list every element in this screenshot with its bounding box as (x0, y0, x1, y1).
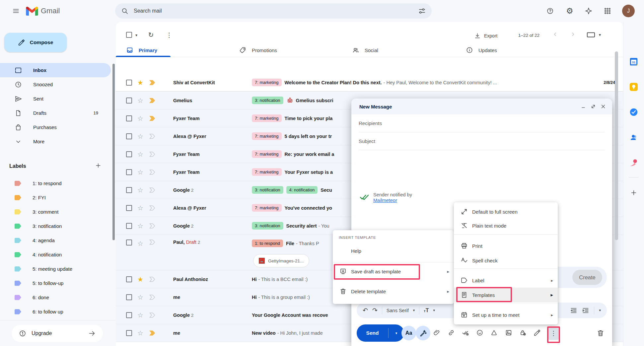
importance-marker-icon[interactable] (149, 277, 156, 282)
font-size-button[interactable]: тT (424, 308, 429, 313)
email-label-chip[interactable]: 3: notification (252, 186, 283, 194)
email-label-chip[interactable]: 4: notification (286, 186, 318, 194)
star-icon[interactable]: ☆ (137, 311, 144, 319)
attachment-chip[interactable]: GettyImages-21... (253, 254, 309, 267)
tab-updates[interactable]: Updates (456, 43, 538, 57)
star-icon[interactable]: ★ (137, 275, 144, 283)
email-label-chip[interactable]: 7: marketing (252, 132, 282, 140)
importance-marker-icon[interactable] (149, 223, 156, 229)
insert-signature-icon[interactable] (534, 329, 541, 336)
row-checkbox[interactable] (126, 80, 132, 86)
importance-marker-icon[interactable] (149, 205, 156, 211)
newer-page-icon[interactable]: ‹ (554, 29, 556, 38)
redo-icon[interactable]: ↷ (372, 307, 378, 314)
more-options-icon[interactable]: ⋮ (548, 326, 559, 340)
older-page-icon[interactable]: › (572, 29, 574, 38)
email-label-chip[interactable]: 7: marketing (252, 114, 282, 122)
label-item-6-to-follow-up[interactable]: 6: to follow up (0, 305, 111, 319)
insert-emoji-icon[interactable] (476, 329, 483, 336)
outdent-icon[interactable] (570, 307, 577, 314)
font-select[interactable]: Sans Serif (387, 308, 409, 313)
label-item-4-notification[interactable]: 4: notification (0, 247, 111, 262)
star-icon[interactable]: ★ (137, 79, 144, 87)
mailmeteor-link[interactable]: Mailmeteor (373, 198, 397, 203)
row-checkbox[interactable] (126, 330, 132, 336)
row-checkbox[interactable] (126, 151, 132, 157)
account-avatar[interactable]: J (622, 5, 635, 17)
settings-button[interactable]: ⚙ (562, 4, 577, 18)
gmail-logo[interactable]: Gmail (26, 6, 60, 16)
search-input[interactable] (134, 8, 413, 14)
menu-item-save-draft-as-template[interactable]: Save draft as template ▸ (333, 264, 454, 279)
row-checkbox[interactable] (126, 169, 132, 175)
star-icon[interactable]: ☆ (137, 240, 144, 247)
recipients-field[interactable]: Recipients (359, 114, 605, 132)
magic-compose-button[interactable] (416, 326, 430, 340)
subject-field[interactable]: Subject (359, 132, 605, 150)
row-checkbox[interactable] (126, 115, 132, 121)
menu-item-set-up-a-time-to-meet[interactable]: Set up a time to meet ▸ (454, 308, 558, 322)
label-item-1-to-respond[interactable]: 1: to respond (0, 176, 111, 190)
importance-marker-icon[interactable] (149, 152, 156, 157)
search-bar[interactable] (115, 3, 432, 19)
star-icon[interactable]: ☆ (137, 132, 144, 140)
menu-item-help[interactable]: Help (333, 243, 454, 258)
sidebar-scrollbar[interactable] (112, 64, 115, 240)
attach-file-icon[interactable] (433, 329, 440, 336)
importance-marker-icon[interactable] (149, 80, 156, 85)
discard-draft-icon[interactable] (597, 329, 605, 337)
input-tools-button[interactable]: ▾ (586, 30, 601, 39)
row-checkbox[interactable] (126, 223, 132, 229)
label-item-5-meeting-update[interactable]: 5: meeting update (0, 262, 111, 276)
keep-icon[interactable] (629, 82, 639, 92)
email-row[interactable]: ★ Shiv at ConvertKit 7: marketingWelcome… (116, 74, 623, 92)
select-dropdown-icon[interactable]: ▾ (135, 33, 137, 37)
importance-marker-icon[interactable] (149, 330, 156, 336)
mailmeteor-icon[interactable] (629, 158, 639, 168)
export-button[interactable]: Export (474, 30, 497, 42)
more-formatting-icon[interactable]: ▾ (599, 308, 601, 312)
menu-item-delete-template[interactable]: Delete template ▸ (333, 284, 454, 299)
help-button[interactable] (543, 4, 557, 18)
email-label-chip[interactable]: 1: to respond (252, 240, 283, 247)
open-fullscreen-icon[interactable] (590, 104, 596, 109)
menu-item-templates[interactable]: Templates ▸ (454, 288, 558, 302)
tasks-icon[interactable] (629, 107, 639, 117)
row-checkbox[interactable] (126, 294, 132, 300)
star-icon[interactable]: ☆ (137, 114, 144, 122)
close-icon[interactable] (600, 104, 606, 109)
sidebar-item-more[interactable]: More (0, 134, 111, 149)
list-scrollbar[interactable] (615, 51, 618, 240)
sidebar-item-inbox[interactable]: Inbox (0, 63, 111, 77)
email-label-chip[interactable]: 7: marketing (252, 79, 282, 86)
create-template-button[interactable]: Create (572, 270, 602, 285)
mail-tracking-icon[interactable] (462, 329, 469, 336)
row-checkbox[interactable] (126, 98, 132, 104)
google-apps-button[interactable] (600, 4, 615, 18)
search-filters-icon[interactable] (418, 7, 426, 15)
more-actions-icon[interactable]: ⋮ (164, 29, 175, 40)
compose-header[interactable]: New Message (351, 99, 612, 114)
font-dropdown-icon[interactable]: ▾ (413, 308, 415, 312)
get-addons-button[interactable] (629, 188, 639, 198)
importance-marker-icon[interactable] (149, 187, 156, 193)
star-icon[interactable]: ☆ (137, 168, 144, 176)
star-icon[interactable]: ☆ (137, 186, 144, 194)
importance-marker-icon[interactable] (149, 170, 156, 175)
star-icon[interactable]: ☆ (137, 222, 144, 230)
email-label-chip[interactable]: 3: notification (252, 97, 283, 104)
gemini-button[interactable] (581, 4, 596, 18)
sidebar-item-sent[interactable]: Sent (0, 92, 111, 106)
email-label-chip[interactable]: 7: marketing (252, 204, 282, 212)
email-label-chip[interactable]: 7: marketing (252, 150, 282, 158)
importance-marker-icon[interactable] (149, 240, 156, 245)
confidential-mode-icon[interactable] (519, 329, 527, 336)
calendar-icon[interactable]: 31 (629, 57, 639, 67)
label-item-3-notification[interactable]: 3: notification (0, 219, 111, 233)
sidebar-item-purchases[interactable]: Purchases (0, 120, 111, 134)
row-checkbox[interactable] (126, 276, 132, 282)
star-icon[interactable]: ☆ (137, 150, 144, 158)
upgrade-button[interactable]: Upgrade (12, 325, 103, 342)
insert-drive-icon[interactable] (490, 329, 498, 336)
importance-marker-icon[interactable] (149, 134, 156, 139)
